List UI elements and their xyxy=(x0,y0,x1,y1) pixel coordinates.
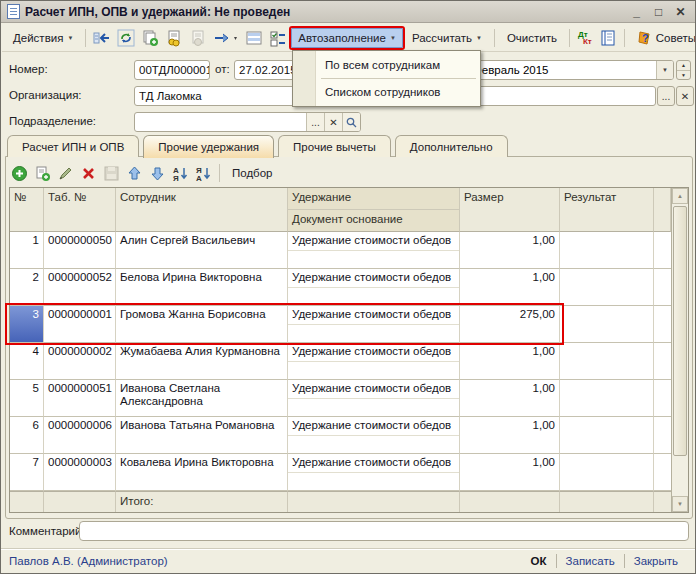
period-dropdown-button[interactable]: ▼ xyxy=(656,61,673,79)
table-row[interactable]: 5 0000000051 Иванова Светлана Александро… xyxy=(10,380,688,417)
tab-number-cell[interactable]: 0000000006 xyxy=(44,417,116,454)
sort-ascending-icon[interactable]: АЯ xyxy=(170,163,190,183)
vertical-scrollbar[interactable]: ▲ ▼ xyxy=(671,188,688,512)
calculate-button[interactable]: Рассчитать ▼ xyxy=(405,28,489,48)
number-input[interactable]: 00ТДЛ000001 xyxy=(134,60,210,80)
department-choose-button[interactable]: ... xyxy=(306,113,324,131)
organization-choose-button[interactable]: ... xyxy=(657,86,675,106)
tab-number-cell[interactable]: 0000000051 xyxy=(44,380,116,417)
size-cell[interactable]: 1,00 xyxy=(460,417,560,454)
tab-number-cell[interactable]: 0000000002 xyxy=(44,343,116,380)
deduction-cell[interactable]: Удержание стоимости обедов xyxy=(288,417,460,454)
refresh-icon[interactable] xyxy=(115,27,137,49)
row-number-cell[interactable]: 5 xyxy=(10,380,44,417)
size-cell[interactable]: 275,00 xyxy=(460,306,560,343)
header-tab-num[interactable]: Таб. № xyxy=(44,188,116,232)
deduction-cell[interactable]: Удержание стоимости обедов xyxy=(288,380,460,417)
table-row[interactable]: 3 0000000001 Громова Жанна Борисовна Уде… xyxy=(10,306,688,343)
menu-item-all-employees[interactable]: По всем сотрудникам xyxy=(293,53,480,77)
deduction-cell[interactable]: Удержание стоимости обедов xyxy=(288,306,460,343)
period-spinner[interactable]: ▲▼ xyxy=(676,60,691,80)
size-cell[interactable]: 1,00 xyxy=(460,343,560,380)
menu-item-employee-list[interactable]: Списком сотрудников xyxy=(293,80,480,104)
journal-icon[interactable] xyxy=(597,27,619,49)
employee-cell[interactable]: Громова Жанна Борисовна xyxy=(116,306,288,343)
header-employee[interactable]: Сотрудник xyxy=(116,188,288,232)
tab-prochie-vychety[interactable]: Прочие вычеты xyxy=(278,135,391,157)
pick-button[interactable]: Подбор xyxy=(226,165,279,181)
result-cell[interactable] xyxy=(560,454,654,491)
tab-number-cell[interactable]: 0000000003 xyxy=(44,454,116,491)
header-deduction[interactable]: Удержание Документ основание xyxy=(288,188,460,232)
move-down-icon[interactable] xyxy=(147,163,167,183)
deduction-cell[interactable]: Удержание стоимости обедов xyxy=(288,454,460,491)
employee-cell[interactable]: Белова Ирина Викторовна xyxy=(116,269,288,306)
size-cell[interactable]: 1,00 xyxy=(460,232,560,269)
table-row[interactable]: 2 0000000052 Белова Ирина Викторовна Уде… xyxy=(10,269,688,306)
result-cell[interactable] xyxy=(560,269,654,306)
size-cell[interactable]: 1,00 xyxy=(460,269,560,306)
spin-down-icon[interactable]: ▼ xyxy=(677,71,690,80)
employee-cell[interactable]: Алин Сергей Васильевич xyxy=(116,232,288,269)
tab-number-cell[interactable]: 0000000052 xyxy=(44,269,116,306)
table-row[interactable]: 6 0000000006 Иванова Татьяна Романовна У… xyxy=(10,417,688,454)
tab-raschet-ipn-opv[interactable]: Расчет ИПН и ОПВ xyxy=(7,135,139,157)
delete-row-icon[interactable] xyxy=(78,163,98,183)
department-search-button[interactable] xyxy=(342,113,360,131)
employee-cell[interactable]: Иванова Татьяна Романовна xyxy=(116,417,288,454)
minimize-button[interactable]: _ xyxy=(628,3,645,21)
table-row[interactable]: 1 0000000050 Алин Сергей Васильевич Удер… xyxy=(10,232,688,269)
copy-row-icon[interactable] xyxy=(32,163,52,183)
scroll-up-icon[interactable]: ▲ xyxy=(672,188,688,204)
scrollbar-thumb[interactable] xyxy=(673,206,687,456)
dt-kt-icon[interactable]: Дт Кт xyxy=(575,29,595,47)
ok-button[interactable]: ОК xyxy=(522,555,556,567)
deduction-cell[interactable]: Удержание стоимости обедов xyxy=(288,232,460,269)
employee-cell[interactable]: Жумабаева Алия Курмановна xyxy=(116,343,288,380)
scroll-down-icon[interactable]: ▼ xyxy=(672,496,688,512)
deduction-cell[interactable]: Удержание стоимости обедов xyxy=(288,343,460,380)
tab-number-cell[interactable]: 0000000050 xyxy=(44,232,116,269)
comment-input[interactable] xyxy=(79,521,689,541)
header-result[interactable]: Результат xyxy=(560,188,654,232)
row-settings-icon[interactable] xyxy=(243,27,265,49)
result-cell[interactable] xyxy=(560,232,654,269)
result-cell[interactable] xyxy=(560,343,654,380)
result-cell[interactable] xyxy=(560,417,654,454)
tab-dopolnitelno[interactable]: Дополнительно xyxy=(395,135,508,157)
row-number-cell[interactable]: 6 xyxy=(10,417,44,454)
end-edit-icon[interactable] xyxy=(101,163,121,183)
add-row-icon[interactable] xyxy=(9,163,29,183)
employee-cell[interactable]: Ковалева Ирина Викторовна xyxy=(116,454,288,491)
result-cell[interactable] xyxy=(560,306,654,343)
actions-button[interactable]: Действия ▼ xyxy=(6,28,80,48)
table-row[interactable]: 7 0000000003 Ковалева Ирина Викторовна У… xyxy=(10,454,688,491)
employee-cell[interactable]: Иванова Светлана Александровна xyxy=(116,380,288,417)
header-doc-base[interactable]: Документ основание xyxy=(288,210,459,231)
size-cell[interactable]: 1,00 xyxy=(460,454,560,491)
close-form-button[interactable]: Закрыть xyxy=(625,555,687,567)
go-to-icon[interactable] xyxy=(211,27,241,49)
department-clear-button[interactable]: ✕ xyxy=(324,113,342,131)
row-number-cell[interactable]: 3 xyxy=(10,306,44,343)
period-field[interactable]: Февраль 2015 ▼ xyxy=(468,60,674,80)
organization-clear-button[interactable]: ✕ xyxy=(676,86,694,106)
row-number-cell[interactable]: 2 xyxy=(10,269,44,306)
close-button[interactable]: ✕ xyxy=(672,3,689,21)
deduction-cell[interactable]: Удержание стоимости обедов xyxy=(288,269,460,306)
checkbox-list-icon[interactable] xyxy=(267,27,289,49)
discharge-document-icon[interactable] xyxy=(187,27,209,49)
clear-button[interactable]: Очистить xyxy=(500,28,564,48)
maximize-button[interactable]: □ xyxy=(650,3,667,21)
sort-descending-icon[interactable]: ЯА xyxy=(193,163,213,183)
row-number-cell[interactable]: 7 xyxy=(10,454,44,491)
header-num[interactable]: № xyxy=(10,188,44,232)
result-cell[interactable] xyxy=(560,380,654,417)
header-size[interactable]: Размер xyxy=(460,188,560,232)
tab-number-cell[interactable]: 0000000001 xyxy=(44,306,116,343)
tab-prochie-uderzhaniya[interactable]: Прочие удержания xyxy=(143,135,274,158)
table-row[interactable]: 4 0000000002 Жумабаева Алия Курмановна У… xyxy=(10,343,688,380)
department-field[interactable]: ... ✕ xyxy=(134,112,361,132)
spin-up-icon[interactable]: ▲ xyxy=(677,61,690,71)
save-button[interactable]: Записать xyxy=(557,555,624,567)
